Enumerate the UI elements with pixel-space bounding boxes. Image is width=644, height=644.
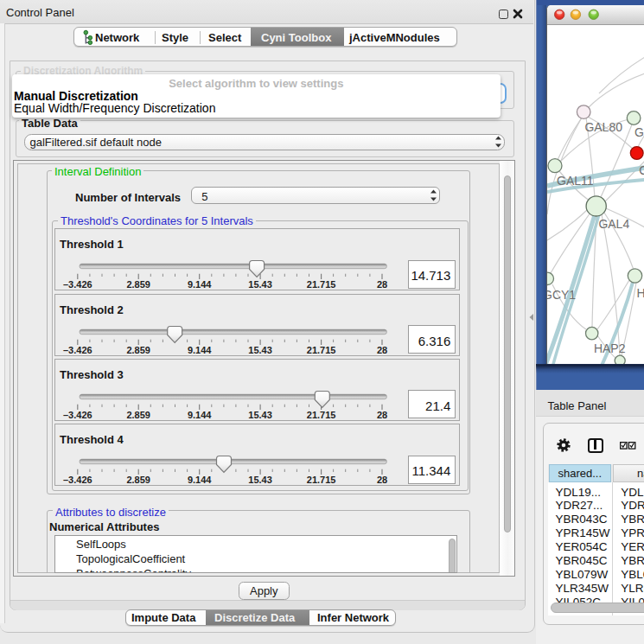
svg-text:GAL11: GAL11 xyxy=(557,173,594,187)
svg-text:HAP2: HAP2 xyxy=(593,341,625,354)
svg-text:GAL80: GAL80 xyxy=(584,119,622,133)
svg-text:GCY1: GCY1 xyxy=(547,287,576,301)
svg-text:GAL4: GAL4 xyxy=(598,217,629,231)
svg-text:C.: C. xyxy=(639,163,644,176)
svg-text:G.: G. xyxy=(634,124,644,138)
svg-text:H: H xyxy=(636,285,644,299)
